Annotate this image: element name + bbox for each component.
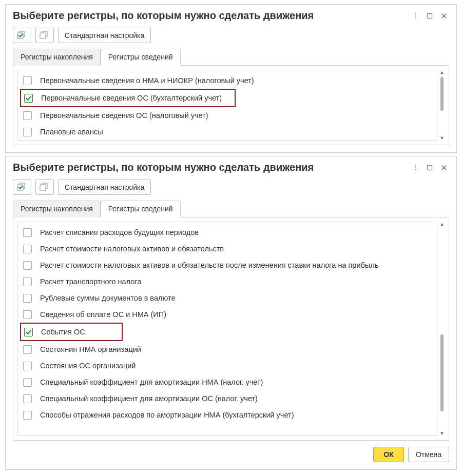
close-icon[interactable] xyxy=(439,163,449,173)
register-label: Состояния ОС организаций xyxy=(40,362,136,370)
register-row[interactable]: Сведения об оплате ОС и НМА (ИП) xyxy=(18,306,437,323)
register-row[interactable]: Первоначальные сведения ОС (бухгалтерски… xyxy=(21,90,235,106)
register-label: Плановые авансы xyxy=(40,128,103,136)
register-checkbox[interactable] xyxy=(23,411,32,420)
register-label: Первоначальные сведения ОС (налоговый уч… xyxy=(40,111,208,120)
svg-rect-11 xyxy=(428,165,432,170)
uncheck-all-button[interactable] xyxy=(35,28,54,43)
register-row[interactable]: Расчет стоимости налоговых активов и обя… xyxy=(18,241,437,257)
ok-button[interactable]: ОК xyxy=(373,447,404,462)
toolbar: Стандартная настройка xyxy=(13,25,449,48)
register-row[interactable]: Специальный коэффициент для амортизации … xyxy=(18,374,437,390)
register-row[interactable]: Расчет списания расходов будущих периодо… xyxy=(18,224,437,241)
register-row[interactable]: Расчет стоимости налоговых активов и обя… xyxy=(18,257,437,273)
register-row[interactable]: Первоначальные сведения ОС (налоговый уч… xyxy=(18,107,437,124)
register-row[interactable]: Первоначальные сведения о НМА и НИОКР (н… xyxy=(18,72,437,89)
dialog-footer: ОК Отмена xyxy=(13,441,449,462)
register-checkbox[interactable] xyxy=(23,294,32,303)
svg-point-0 xyxy=(415,13,416,14)
scroll-down-icon[interactable]: ▼ xyxy=(440,135,445,141)
register-checkbox[interactable] xyxy=(23,378,32,387)
scrollbar[interactable]: ▲ ▼ xyxy=(439,222,445,436)
tab-accumulation-registers[interactable]: Регистры накопления xyxy=(13,201,101,217)
register-row[interactable]: Рублевые суммы документов в валюте xyxy=(18,290,437,306)
tab-bar: Регистры накопления Регистры сведений xyxy=(13,200,449,217)
register-checkbox[interactable] xyxy=(23,76,32,85)
register-checkbox[interactable] xyxy=(23,277,32,286)
kebab-menu-icon[interactable] xyxy=(410,163,420,173)
register-row[interactable]: Специальный коэффициент для амортизации … xyxy=(18,390,437,407)
titlebar: Выберите регистры, по которым нужно сдел… xyxy=(13,162,449,176)
register-row[interactable]: Способы отражения расходов по амортизаци… xyxy=(18,407,437,423)
maximize-icon[interactable] xyxy=(425,11,435,21)
register-list-panel: Расчет списания расходов будущих периодо… xyxy=(13,217,449,441)
register-list: Расчет списания расходов будущих периодо… xyxy=(17,222,437,436)
svg-point-8 xyxy=(415,165,416,166)
uncheck-all-button[interactable] xyxy=(35,180,54,195)
register-list: Первоначальные сведения о НМА и НИОКР (н… xyxy=(17,70,437,141)
scroll-up-icon[interactable]: ▲ xyxy=(440,222,445,227)
tab-information-registers[interactable]: Регистры сведений xyxy=(101,49,181,66)
svg-rect-7 xyxy=(40,33,46,38)
register-checkbox[interactable] xyxy=(23,245,32,253)
register-checkbox[interactable] xyxy=(23,111,32,120)
dialog-title: Выберите регистры, по которым нужно сдел… xyxy=(13,162,406,173)
register-label: Специальный коэффициент для амортизации … xyxy=(40,394,258,403)
tab-information-registers[interactable]: Регистры сведений xyxy=(101,201,181,217)
register-label: Расчет списания расходов будущих периодо… xyxy=(40,228,199,236)
register-label: Первоначальные сведения ОС (бухгалтерски… xyxy=(41,94,222,102)
dialog-select-registers-bottom: Выберите регистры, по которым нужно сдел… xyxy=(5,156,457,470)
register-row[interactable]: Состояния ОС организаций xyxy=(18,358,437,374)
titlebar: Выберите регистры, по которым нужно сдел… xyxy=(13,10,449,25)
register-list-panel: Первоначальные сведения о НМА и НИОКР (н… xyxy=(13,65,449,145)
register-label: Первоначальные сведения о НМА и НИОКР (н… xyxy=(40,76,254,85)
tab-accumulation-registers[interactable]: Регистры накопления xyxy=(13,49,101,66)
register-label: Расчет стоимости налоговых активов и обя… xyxy=(40,245,224,253)
register-label: Рублевые суммы документов в валюте xyxy=(40,294,176,302)
register-row[interactable]: События ОС xyxy=(21,324,122,340)
register-label: Способы отражения расходов по амортизаци… xyxy=(40,411,294,419)
register-checkbox[interactable] xyxy=(23,128,32,136)
svg-rect-3 xyxy=(428,13,432,18)
register-row[interactable]: Плановые авансы xyxy=(18,124,437,140)
register-checkbox[interactable] xyxy=(23,310,32,319)
register-checkbox[interactable] xyxy=(23,394,32,403)
register-label: Специальный коэффициент для амортизации … xyxy=(40,378,263,386)
register-checkbox[interactable] xyxy=(23,362,32,370)
register-checkbox[interactable] xyxy=(24,328,33,336)
register-checkbox[interactable] xyxy=(23,261,32,270)
svg-rect-15 xyxy=(40,185,46,190)
svg-point-1 xyxy=(415,15,416,16)
svg-point-9 xyxy=(415,167,416,168)
register-checkbox[interactable] xyxy=(23,345,32,354)
dialog-title: Выберите регистры, по которым нужно сдел… xyxy=(13,10,406,22)
register-label: Сведения об оплате ОС и НМА (ИП) xyxy=(40,310,166,319)
svg-point-10 xyxy=(415,169,416,170)
kebab-menu-icon[interactable] xyxy=(410,11,420,21)
register-label: Расчет транспортного налога xyxy=(40,277,141,286)
dialog-select-registers-top: Выберите регистры, по которым нужно сдел… xyxy=(5,4,457,153)
cancel-button[interactable]: Отмена xyxy=(408,447,449,462)
register-label: Расчет стоимости налоговых активов и обя… xyxy=(40,261,378,269)
register-row[interactable]: Расчет транспортного налога xyxy=(18,273,437,290)
register-row[interactable]: Состояния НМА организаций xyxy=(18,341,437,358)
scrollbar[interactable]: ▲ ▼ xyxy=(439,70,445,141)
close-icon[interactable] xyxy=(439,11,449,21)
register-label: События ОС xyxy=(41,328,85,336)
standard-settings-button[interactable]: Стандартная настройка xyxy=(58,180,151,195)
check-all-button[interactable] xyxy=(13,28,31,43)
scroll-down-icon[interactable]: ▼ xyxy=(440,431,445,436)
toolbar: Стандартная настройка xyxy=(13,176,449,200)
register-row[interactable]: Плановые начисления xyxy=(18,140,437,141)
tab-bar: Регистры накопления Регистры сведений xyxy=(13,48,449,66)
register-checkbox[interactable] xyxy=(23,228,32,237)
svg-point-2 xyxy=(415,17,416,18)
maximize-icon[interactable] xyxy=(425,163,435,173)
register-label: Состояния НМА организаций xyxy=(40,345,141,353)
check-all-button[interactable] xyxy=(13,180,31,195)
scroll-up-icon[interactable]: ▲ xyxy=(440,70,445,75)
standard-settings-button[interactable]: Стандартная настройка xyxy=(58,28,151,43)
register-checkbox[interactable] xyxy=(24,94,33,103)
